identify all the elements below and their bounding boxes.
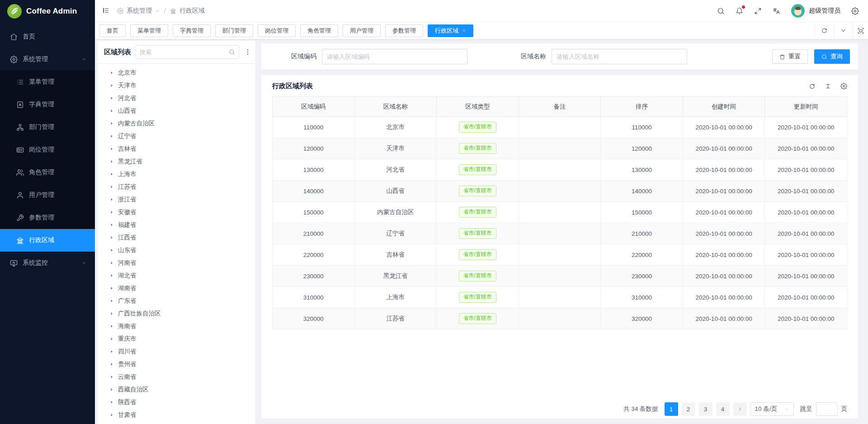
collapse-sidebar-icon[interactable] (102, 7, 111, 15)
table-row[interactable]: 230000黑龙江省省市/直辖市2300002020-10-01 00:00:0… (273, 266, 847, 287)
page-button-4[interactable]: 4 (716, 402, 730, 416)
table-row[interactable]: 320000江苏省省市/直辖市3200002020-10-01 00:00:00… (273, 308, 847, 329)
tree-item[interactable]: 浙江省 (98, 193, 255, 206)
tree-item[interactable]: 甘肃省 (98, 409, 255, 421)
tree-item[interactable]: 山西省 (98, 105, 255, 117)
sidebar-item-admin-region[interactable]: 行政区域 (0, 229, 95, 252)
close-icon[interactable] (462, 29, 466, 33)
table-row[interactable]: 220000吉林省省市/直辖市2200002020-10-01 00:00:00… (273, 244, 847, 266)
tree-item[interactable]: 吉林省 (98, 143, 255, 155)
tab-post-management[interactable]: 岗位管理 (258, 24, 296, 37)
tree-item[interactable]: 江苏省 (98, 181, 255, 193)
tree-item[interactable]: 山东省 (98, 244, 255, 257)
table-row[interactable]: 210000辽宁省省市/直辖市2100002020-10-01 00:00:00… (273, 223, 847, 244)
sidebar-item-label: 角色管理 (29, 168, 54, 176)
tree-item-label: 上海市 (118, 170, 137, 178)
query-button[interactable]: 查询 (814, 49, 850, 64)
tab-role-management[interactable]: 角色管理 (300, 24, 338, 37)
reset-button[interactable]: 重置 (772, 49, 808, 64)
tree-item[interactable]: 北京市 (98, 67, 255, 79)
page-size-select[interactable]: 10 条/页 (750, 402, 794, 416)
table-column-header[interactable]: 创建时间 (683, 97, 765, 117)
tree-item[interactable]: 贵州省 (98, 358, 255, 371)
tree-item[interactable]: 陕西省 (98, 396, 255, 409)
table-column-header[interactable]: 更新时间 (765, 97, 847, 117)
table-column-header[interactable]: 区域类型 (437, 97, 519, 117)
table-column-header[interactable]: 排序 (601, 97, 683, 117)
fullscreen-icon[interactable] (754, 7, 762, 15)
page-button-3[interactable]: 3 (699, 402, 712, 416)
sidebar-item-system-monitor[interactable]: 系统监控 (0, 252, 95, 274)
page-button-1[interactable]: 1 (665, 402, 678, 416)
tree-item[interactable]: 海南省 (98, 320, 255, 333)
content-fullscreen-button[interactable] (853, 22, 868, 39)
tree-item[interactable]: 云南省 (98, 371, 255, 383)
text-size-icon[interactable] (825, 83, 831, 90)
table-column-header[interactable]: 备注 (519, 97, 601, 117)
table-row[interactable]: 130000河北省省市/直辖市1300002020-10-01 00:00:00… (273, 159, 847, 181)
tree-item[interactable]: 青海省 (98, 421, 255, 424)
table-row[interactable]: 150000内蒙古自治区省市/直辖市1500002020-10-01 00:00… (273, 202, 847, 223)
tree-item[interactable]: 湖北省 (98, 269, 255, 282)
tree-item[interactable]: 内蒙古自治区 (98, 117, 255, 130)
tree-item[interactable]: 湖南省 (98, 282, 255, 295)
tree-item[interactable]: 安徽省 (98, 206, 255, 219)
search-icon[interactable] (717, 7, 725, 15)
sidebar-item-parameter-management[interactable]: 参数管理 (0, 206, 95, 229)
tab-parameter-management[interactable]: 参数管理 (385, 24, 423, 37)
tree-item[interactable]: 重庆市 (98, 333, 255, 345)
table-row[interactable]: 140000山西省省市/直辖市1400002020-10-01 00:00:00… (273, 181, 847, 202)
tree-item[interactable]: 河南省 (98, 257, 255, 269)
sidebar-item-system-management[interactable]: 系统管理 (0, 48, 95, 71)
jump-to-page-input[interactable] (816, 402, 838, 416)
translate-icon[interactable] (773, 7, 780, 15)
sidebar-item-post-management[interactable]: 岗位管理 (0, 138, 95, 161)
tab-home[interactable]: 首页 (99, 24, 126, 37)
region-table-card: 行政区域列表 区域编码区域名称区域类型备注排序创建时间更新时间 110000北京… (261, 75, 858, 419)
tree-item[interactable]: 黑龙江省 (98, 155, 255, 168)
page-button-2[interactable]: 2 (682, 402, 695, 416)
caret-right-icon (109, 121, 114, 126)
settings-gear-icon[interactable] (851, 7, 859, 15)
sidebar-item-dictionary-management[interactable]: 字典管理 (0, 93, 95, 116)
gear-icon[interactable] (840, 83, 847, 90)
sidebar-item-user-management[interactable]: 用户管理 (0, 184, 95, 206)
tab-user-management[interactable]: 用户管理 (343, 24, 381, 37)
sidebar-item-department-management[interactable]: 部门管理 (0, 116, 95, 138)
table-row[interactable]: 310000上海市省市/直辖市3100002020-10-01 00:00:00… (273, 287, 847, 308)
next-page-button[interactable] (733, 402, 747, 416)
region-name-input[interactable] (552, 49, 687, 64)
tab-department-management[interactable]: 部门管理 (215, 24, 253, 37)
tree-item[interactable]: 天津市 (98, 79, 255, 92)
tree-item[interactable]: 广西壮族自治区 (98, 307, 255, 320)
sidebar-item-role-management[interactable]: 角色管理 (0, 161, 95, 184)
region-code-input[interactable] (322, 49, 467, 64)
table-column-header[interactable]: 区域名称 (354, 97, 437, 117)
sidebar-item-menu-management[interactable]: 菜单管理 (0, 71, 95, 93)
bell-icon[interactable] (736, 7, 743, 15)
table-row[interactable]: 120000天津市省市/直辖市1200002020-10-01 00:00:00… (273, 138, 847, 159)
tree-item[interactable]: 上海市 (98, 168, 255, 181)
tree-item[interactable]: 福建省 (98, 219, 255, 231)
table-row[interactable]: 110000北京市省市/直辖市1100002020-10-01 00:00:00… (273, 117, 847, 138)
app-logo[interactable]: Coffee Admin (0, 0, 95, 23)
dots-vertical-icon[interactable] (244, 48, 252, 56)
sidebar-item-home[interactable]: 首页 (0, 25, 95, 48)
tree-item[interactable]: 江西省 (98, 231, 255, 244)
tab-admin-region[interactable]: 行政区域 (428, 24, 473, 37)
tree-item[interactable]: 河北省 (98, 92, 255, 105)
tree-search-input[interactable] (136, 49, 225, 56)
user-menu[interactable]: 超级管理员 (791, 4, 840, 18)
tree-item[interactable]: 广东省 (98, 295, 255, 307)
breadcrumb-section[interactable]: 系统管理 (127, 7, 152, 15)
tab-actions-button[interactable] (834, 22, 853, 39)
table-column-header[interactable]: 区域编码 (273, 97, 355, 117)
tree-item[interactable]: 西藏自治区 (98, 383, 255, 396)
tab-dictionary-management[interactable]: 字典管理 (173, 24, 211, 37)
tree-item[interactable]: 四川省 (98, 345, 255, 358)
search-icon[interactable] (225, 46, 239, 58)
refresh-icon[interactable] (809, 83, 816, 90)
tab-menu-management[interactable]: 菜单管理 (130, 24, 168, 37)
tree-item[interactable]: 辽宁省 (98, 130, 255, 143)
refresh-button[interactable] (815, 22, 834, 39)
